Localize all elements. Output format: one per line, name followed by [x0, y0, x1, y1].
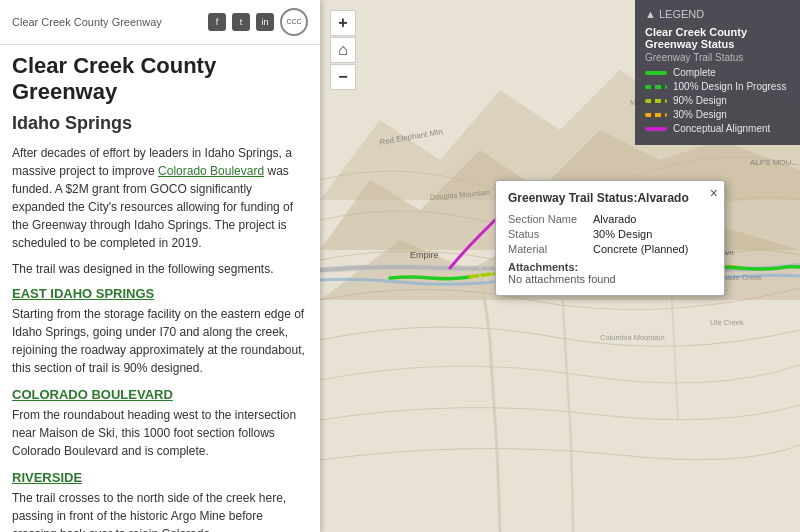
sidebar: Clear Creek County Greenway f t in CCC C…	[0, 0, 320, 532]
popup-attachments: Attachments: No attachments found	[508, 261, 712, 285]
riverside-section: RIVERSIDE The trail crosses to the north…	[12, 470, 308, 532]
riverside-heading[interactable]: RIVERSIDE	[12, 470, 308, 485]
segments-label: The trail was designed in the following …	[12, 262, 308, 276]
popup-close-button[interactable]: ×	[710, 185, 718, 201]
svg-text:Columbia Mountain: Columbia Mountain	[600, 333, 665, 342]
popup-section-name-label: Section Name	[508, 213, 593, 225]
popup-attachments-value: No attachments found	[508, 273, 616, 285]
legend-complete-label: Complete	[673, 67, 716, 78]
legend-title: Clear Creek CountyGreenway Status	[645, 26, 790, 50]
legend-item-100design: 100% Design In Progress	[645, 81, 790, 92]
facebook-icon[interactable]: f	[208, 13, 226, 31]
popup-material-row: Material Concrete (Planned)	[508, 243, 712, 255]
east-idaho-springs-heading[interactable]: EAST IDAHO SPRINGS	[12, 286, 308, 301]
header-title-small: Clear Creek County Greenway	[12, 16, 162, 28]
linkedin-icon[interactable]: in	[256, 13, 274, 31]
popup-material-value: Concrete (Planned)	[593, 243, 688, 255]
legend-conceptual-label: Conceptual Alignment	[673, 123, 770, 134]
colorado-boulevard-section: COLORADO BOULEVARD From the roundabout h…	[12, 387, 308, 460]
svg-text:Douglas Mountain: Douglas Mountain	[429, 188, 490, 202]
legend-item-90design: 90% Design	[645, 95, 790, 106]
popup-status-value: 30% Design	[593, 228, 652, 240]
main-title: Clear Creek County Greenway	[0, 45, 320, 109]
zoom-in-button[interactable]: +	[330, 10, 356, 36]
zoom-out-button[interactable]: −	[330, 64, 356, 90]
east-idaho-springs-text: Starting from the storage facility on th…	[12, 305, 308, 377]
legend-30design-line	[645, 113, 667, 117]
legend-item-complete: Complete	[645, 67, 790, 78]
popup-status-label: Status	[508, 228, 593, 240]
legend-item-conceptual: Conceptual Alignment	[645, 123, 790, 134]
logo: CCC	[280, 8, 308, 36]
legend-panel: ▲ LEGEND Clear Creek CountyGreenway Stat…	[635, 0, 800, 145]
intro-paragraph: After decades of effort by leaders in Id…	[12, 144, 308, 252]
popup-title: Greenway Trail Status:Alvarado	[508, 191, 712, 205]
trail-status-popup: × Greenway Trail Status:Alvarado Section…	[495, 180, 725, 296]
riverside-text: The trail crosses to the north side of t…	[12, 489, 308, 532]
popup-status-row: Status 30% Design	[508, 228, 712, 240]
legend-toggle-label: ▲ LEGEND	[645, 8, 704, 20]
east-idaho-springs-section: EAST IDAHO SPRINGS Starting from the sto…	[12, 286, 308, 377]
legend-90design-line	[645, 99, 667, 103]
legend-toggle[interactable]: ▲ LEGEND	[645, 8, 790, 20]
svg-text:Ute Creek: Ute Creek	[710, 318, 744, 327]
legend-90design-label: 90% Design	[673, 95, 727, 106]
social-icons: f t in CCC	[208, 8, 308, 36]
home-button[interactable]: ⌂	[330, 37, 356, 63]
map-controls: + ⌂ −	[330, 10, 356, 90]
legend-conceptual-line	[645, 127, 667, 131]
legend-100design-label: 100% Design In Progress	[673, 81, 786, 92]
popup-attachments-label: Attachments:	[508, 261, 578, 273]
legend-100design-line	[645, 85, 667, 89]
colorado-boulevard-text: From the roundabout heading west to the …	[12, 406, 308, 460]
svg-text:Red Elephant Mtn: Red Elephant Mtn	[379, 127, 444, 147]
legend-30design-label: 30% Design	[673, 109, 727, 120]
popup-section-name-value: Alvarado	[593, 213, 636, 225]
legend-section-label: Greenway Trail Status	[645, 52, 790, 63]
colorado-boulevard-heading[interactable]: COLORADO BOULEVARD	[12, 387, 308, 402]
twitter-icon[interactable]: t	[232, 13, 250, 31]
map-container[interactable]: Empire Idaho Springs Georgetown Red Elep…	[320, 0, 800, 532]
svg-text:ALPS MOU...: ALPS MOU...	[750, 158, 798, 167]
popup-title-prefix: Greenway Trail Status:	[508, 191, 637, 205]
legend-complete-line	[645, 71, 667, 75]
legend-item-30design: 30% Design	[645, 109, 790, 120]
section-title: Idaho Springs	[0, 109, 320, 140]
sidebar-header: Clear Creek County Greenway f t in CCC	[0, 0, 320, 45]
popup-material-label: Material	[508, 243, 593, 255]
colorado-boulevard-link[interactable]: Colorado Boulevard	[158, 164, 264, 178]
sidebar-content: After decades of effort by leaders in Id…	[0, 140, 320, 532]
popup-section-name-row: Section Name Alvarado	[508, 213, 712, 225]
svg-text:Empire: Empire	[410, 250, 439, 260]
popup-title-name: Alvarado	[637, 191, 688, 205]
